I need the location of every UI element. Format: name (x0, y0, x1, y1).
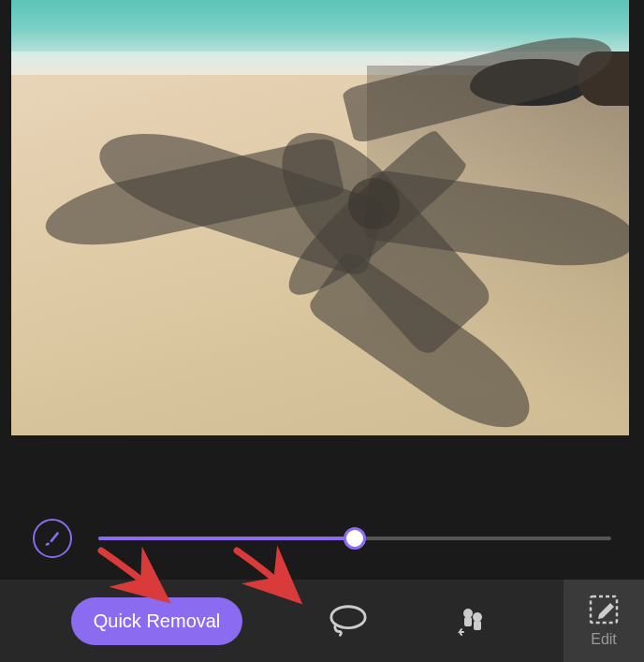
svg-rect-4 (474, 621, 481, 630)
brush-icon[interactable] (33, 519, 72, 558)
edit-button[interactable]: Edit (564, 580, 644, 662)
lasso-tool-button[interactable] (329, 601, 368, 640)
quick-removal-button[interactable]: Quick Removal (71, 597, 243, 645)
edit-crop-icon (588, 594, 620, 625)
svg-rect-2 (464, 617, 472, 626)
slider-fill (98, 537, 355, 540)
clone-stamp-tool-button[interactable] (453, 601, 492, 640)
brush-size-control (0, 510, 644, 566)
tools-group: Quick Removal (0, 580, 564, 662)
bottom-toolbar: Quick Removal Edit (0, 580, 644, 662)
slider-thumb[interactable] (344, 527, 366, 550)
image-preview[interactable] (11, 0, 629, 435)
clone-stamp-icon (456, 604, 490, 638)
beach-photo (11, 0, 629, 435)
lasso-icon (329, 604, 368, 638)
brush-size-slider[interactable] (98, 537, 611, 540)
edit-label: Edit (591, 631, 617, 648)
svg-point-1 (463, 609, 473, 618)
svg-point-3 (473, 612, 482, 622)
